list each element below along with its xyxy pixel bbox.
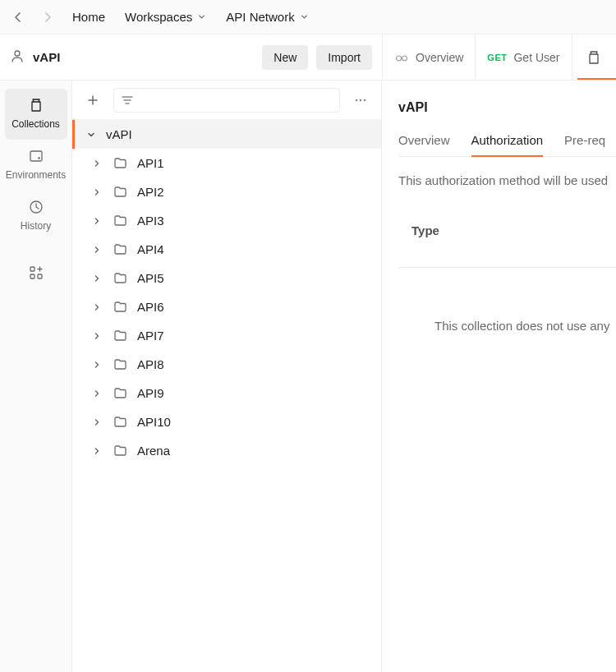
workspace-left: vAPI New Import [0, 45, 382, 70]
chevron-right-icon [90, 389, 103, 398]
chevron-right-icon [90, 417, 103, 427]
content-tab-overview[interactable]: Overview [398, 133, 450, 156]
chevron-right-icon [90, 187, 103, 197]
method-badge: GET [487, 53, 507, 62]
tree-root-label: vAPI [106, 127, 132, 141]
tab-request-get-user[interactable]: GET Get User [476, 35, 572, 80]
tree-folder-item[interactable]: API10 [72, 407, 381, 436]
filter-icon [121, 94, 134, 107]
rail-configure[interactable] [5, 256, 67, 291]
tree-item-label: API9 [137, 386, 164, 400]
plus-icon [86, 94, 99, 107]
authorization-description: This authorization method will be used [398, 173, 616, 187]
tab-label: Overview [416, 51, 463, 64]
tree-item-label: API6 [137, 300, 164, 314]
nav-back-button[interactable] [7, 6, 30, 29]
tree-folder-item[interactable]: API7 [72, 321, 381, 350]
folder-icon [113, 386, 127, 400]
nav-api-network[interactable]: API Network [219, 7, 315, 27]
collection-icon [28, 97, 44, 113]
tree-root-vapi[interactable]: vAPI [72, 120, 381, 149]
chevron-right-icon [90, 245, 103, 255]
workspace-name[interactable]: vAPI [33, 50, 60, 64]
rail-collections[interactable]: Collections [5, 89, 67, 140]
svg-rect-8 [38, 274, 42, 278]
content-tabs: Overview Authorization Pre-req [398, 133, 616, 157]
folder-icon [113, 185, 127, 199]
tab-label: Get User [513, 51, 559, 64]
folder-icon [113, 214, 127, 228]
chevron-right-icon [90, 302, 103, 312]
chevron-right-icon [90, 274, 103, 283]
rail-label: Environments [6, 169, 66, 181]
chevron-right-icon [90, 446, 103, 456]
sidebar-toolbar [72, 81, 381, 120]
nav-api-network-label: API Network [226, 10, 294, 24]
dots-horizontal-icon [354, 94, 367, 107]
collections-sidebar: vAPI API1 API2 API3 API4 [72, 81, 382, 672]
svg-rect-3 [30, 151, 42, 161]
nav-workspaces[interactable]: Workspaces [118, 7, 213, 27]
nav-forward-button[interactable] [36, 6, 59, 29]
environment-icon [28, 148, 44, 164]
tree-folder-item[interactable]: API4 [72, 235, 381, 264]
add-button[interactable] [80, 88, 105, 113]
more-options-button[interactable] [348, 88, 373, 113]
tree-folder-item[interactable]: API8 [72, 350, 381, 379]
svg-rect-6 [30, 267, 34, 271]
folder-icon [113, 415, 127, 429]
tree-folder-item[interactable]: Arena [72, 436, 381, 465]
auth-type-label: Type [411, 223, 439, 237]
content-pane: vAPI Overview Authorization Pre-req This… [382, 81, 616, 672]
chevron-down-icon [300, 12, 309, 21]
collection-tree: vAPI API1 API2 API3 API4 [72, 120, 381, 672]
tree-item-label: API8 [137, 357, 164, 371]
content-tab-prerequest[interactable]: Pre-req [564, 133, 605, 156]
tree-item-label: API7 [137, 329, 164, 343]
svg-point-9 [356, 99, 358, 101]
folder-icon [113, 300, 127, 314]
tree-folder-item[interactable]: API3 [72, 206, 381, 235]
tree-folder-item[interactable]: API2 [72, 177, 381, 206]
chevron-down-icon [85, 130, 98, 140]
svg-point-11 [364, 99, 366, 101]
tree-item-label: API10 [137, 415, 171, 429]
top-navigation-bar: Home Workspaces API Network [0, 0, 616, 35]
chevron-right-icon [90, 159, 103, 168]
svg-point-0 [15, 51, 20, 56]
svg-point-10 [360, 99, 362, 101]
user-icon [10, 48, 25, 66]
tree-folder-item[interactable]: API5 [72, 264, 381, 292]
arrow-right-icon [41, 11, 54, 24]
tree-item-label: API5 [137, 271, 164, 285]
chevron-right-icon [90, 216, 103, 226]
history-icon [28, 199, 44, 215]
tab-overview[interactable]: Overview [383, 35, 476, 80]
tree-folder-item[interactable]: API9 [72, 379, 381, 407]
tree-item-label: API3 [137, 214, 164, 228]
nav-home[interactable]: Home [66, 7, 112, 27]
nav-workspaces-label: Workspaces [125, 10, 192, 24]
rail-environments[interactable]: Environments [5, 140, 67, 191]
folder-icon [113, 271, 127, 285]
rail-history[interactable]: History [5, 191, 67, 242]
tab-active-collection[interactable] [572, 35, 617, 80]
folder-icon [113, 242, 127, 256]
tree-item-label: Arena [137, 444, 170, 458]
editor-tabs: Overview GET Get User [382, 35, 616, 80]
tree-folder-item[interactable]: API1 [72, 149, 381, 177]
new-button[interactable]: New [262, 45, 308, 70]
content-tab-authorization[interactable]: Authorization [471, 133, 544, 157]
left-rail: Collections Environments History [0, 81, 72, 672]
tree-item-label: API2 [137, 185, 164, 199]
folder-icon [113, 156, 127, 170]
auth-type-row: Type [398, 210, 616, 268]
grid-plus-icon [28, 265, 44, 281]
chevron-down-icon [197, 12, 206, 21]
folder-icon [113, 329, 127, 343]
filter-input[interactable] [113, 88, 340, 113]
import-button[interactable]: Import [316, 45, 372, 70]
tree-folder-item[interactable]: API6 [72, 292, 381, 321]
tree-item-label: API1 [137, 156, 164, 170]
arrow-left-icon [11, 11, 25, 24]
